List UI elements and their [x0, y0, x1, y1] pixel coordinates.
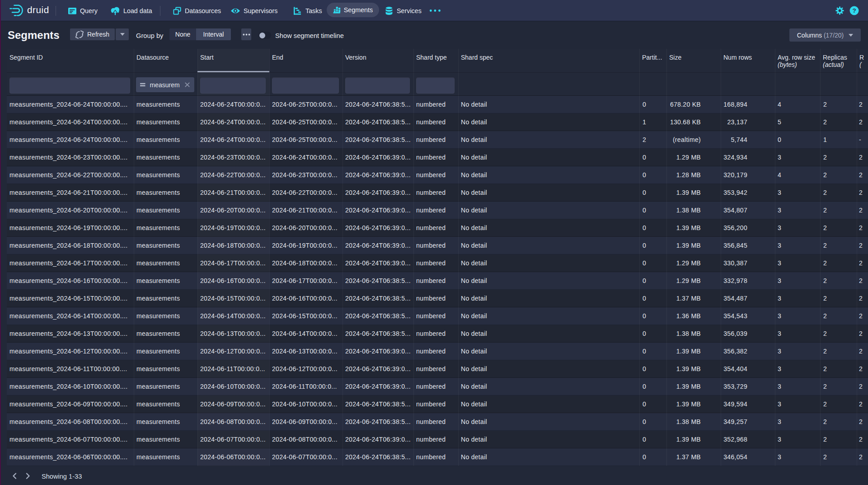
svg-text:?: ? [852, 7, 856, 14]
